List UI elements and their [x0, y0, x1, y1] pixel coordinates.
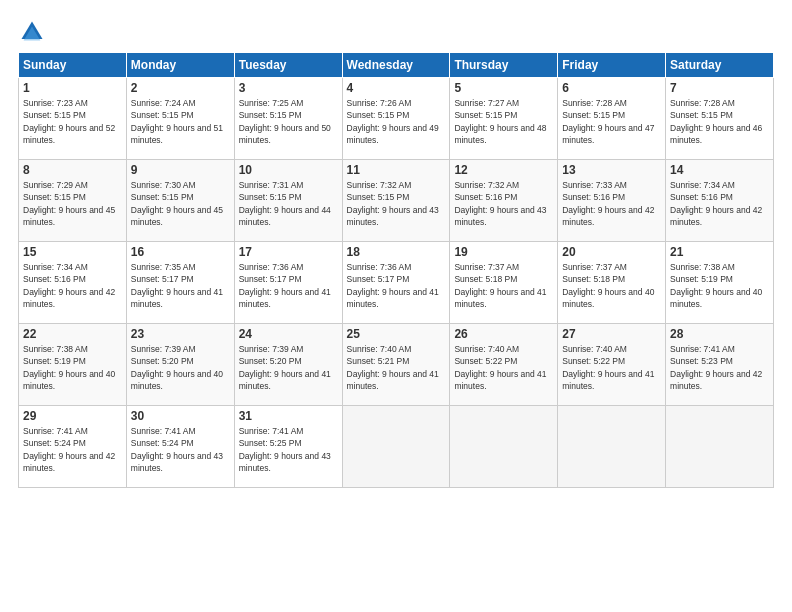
week-row-3: 15Sunrise: 7:34 AMSunset: 5:16 PMDayligh…: [19, 242, 774, 324]
day-info: Sunrise: 7:41 AMSunset: 5:24 PMDaylight:…: [23, 425, 122, 474]
day-number: 12: [454, 163, 553, 177]
day-info: Sunrise: 7:25 AMSunset: 5:15 PMDaylight:…: [239, 97, 338, 146]
calendar-cell: [342, 406, 450, 488]
day-info: Sunrise: 7:34 AMSunset: 5:16 PMDaylight:…: [670, 179, 769, 228]
calendar-cell: 8Sunrise: 7:29 AMSunset: 5:15 PMDaylight…: [19, 160, 127, 242]
day-number: 1: [23, 81, 122, 95]
day-info: Sunrise: 7:39 AMSunset: 5:20 PMDaylight:…: [131, 343, 230, 392]
calendar-cell: 6Sunrise: 7:28 AMSunset: 5:15 PMDaylight…: [558, 78, 666, 160]
day-number: 9: [131, 163, 230, 177]
day-info: Sunrise: 7:38 AMSunset: 5:19 PMDaylight:…: [23, 343, 122, 392]
calendar-cell: 1Sunrise: 7:23 AMSunset: 5:15 PMDaylight…: [19, 78, 127, 160]
day-info: Sunrise: 7:41 AMSunset: 5:23 PMDaylight:…: [670, 343, 769, 392]
calendar-cell: 26Sunrise: 7:40 AMSunset: 5:22 PMDayligh…: [450, 324, 558, 406]
day-number: 18: [347, 245, 446, 259]
day-number: 23: [131, 327, 230, 341]
week-row-1: 1Sunrise: 7:23 AMSunset: 5:15 PMDaylight…: [19, 78, 774, 160]
day-number: 30: [131, 409, 230, 423]
day-number: 13: [562, 163, 661, 177]
calendar-cell: 30Sunrise: 7:41 AMSunset: 5:24 PMDayligh…: [126, 406, 234, 488]
calendar-cell: 10Sunrise: 7:31 AMSunset: 5:15 PMDayligh…: [234, 160, 342, 242]
day-info: Sunrise: 7:36 AMSunset: 5:17 PMDaylight:…: [239, 261, 338, 310]
day-info: Sunrise: 7:27 AMSunset: 5:15 PMDaylight:…: [454, 97, 553, 146]
week-row-4: 22Sunrise: 7:38 AMSunset: 5:19 PMDayligh…: [19, 324, 774, 406]
calendar-cell: 31Sunrise: 7:41 AMSunset: 5:25 PMDayligh…: [234, 406, 342, 488]
day-info: Sunrise: 7:35 AMSunset: 5:17 PMDaylight:…: [131, 261, 230, 310]
calendar-cell: 13Sunrise: 7:33 AMSunset: 5:16 PMDayligh…: [558, 160, 666, 242]
day-number: 31: [239, 409, 338, 423]
calendar-cell: [666, 406, 774, 488]
weekday-wednesday: Wednesday: [342, 53, 450, 78]
calendar-cell: 9Sunrise: 7:30 AMSunset: 5:15 PMDaylight…: [126, 160, 234, 242]
calendar-cell: 27Sunrise: 7:40 AMSunset: 5:22 PMDayligh…: [558, 324, 666, 406]
day-info: Sunrise: 7:41 AMSunset: 5:25 PMDaylight:…: [239, 425, 338, 474]
day-info: Sunrise: 7:36 AMSunset: 5:17 PMDaylight:…: [347, 261, 446, 310]
calendar-cell: 2Sunrise: 7:24 AMSunset: 5:15 PMDaylight…: [126, 78, 234, 160]
weekday-friday: Friday: [558, 53, 666, 78]
day-info: Sunrise: 7:40 AMSunset: 5:21 PMDaylight:…: [347, 343, 446, 392]
day-number: 16: [131, 245, 230, 259]
day-number: 17: [239, 245, 338, 259]
day-number: 5: [454, 81, 553, 95]
weekday-thursday: Thursday: [450, 53, 558, 78]
calendar-cell: 16Sunrise: 7:35 AMSunset: 5:17 PMDayligh…: [126, 242, 234, 324]
day-info: Sunrise: 7:32 AMSunset: 5:16 PMDaylight:…: [454, 179, 553, 228]
logo: [18, 18, 50, 46]
day-info: Sunrise: 7:37 AMSunset: 5:18 PMDaylight:…: [454, 261, 553, 310]
day-number: 4: [347, 81, 446, 95]
day-number: 22: [23, 327, 122, 341]
day-number: 11: [347, 163, 446, 177]
calendar-cell: 25Sunrise: 7:40 AMSunset: 5:21 PMDayligh…: [342, 324, 450, 406]
day-number: 25: [347, 327, 446, 341]
day-number: 21: [670, 245, 769, 259]
day-info: Sunrise: 7:33 AMSunset: 5:16 PMDaylight:…: [562, 179, 661, 228]
day-number: 14: [670, 163, 769, 177]
day-number: 7: [670, 81, 769, 95]
day-info: Sunrise: 7:26 AMSunset: 5:15 PMDaylight:…: [347, 97, 446, 146]
calendar-cell: [558, 406, 666, 488]
day-number: 20: [562, 245, 661, 259]
calendar-cell: 12Sunrise: 7:32 AMSunset: 5:16 PMDayligh…: [450, 160, 558, 242]
day-info: Sunrise: 7:29 AMSunset: 5:15 PMDaylight:…: [23, 179, 122, 228]
calendar-cell: 23Sunrise: 7:39 AMSunset: 5:20 PMDayligh…: [126, 324, 234, 406]
calendar: SundayMondayTuesdayWednesdayThursdayFrid…: [18, 52, 774, 488]
day-number: 24: [239, 327, 338, 341]
day-number: 8: [23, 163, 122, 177]
calendar-cell: 5Sunrise: 7:27 AMSunset: 5:15 PMDaylight…: [450, 78, 558, 160]
weekday-sunday: Sunday: [19, 53, 127, 78]
calendar-cell: 17Sunrise: 7:36 AMSunset: 5:17 PMDayligh…: [234, 242, 342, 324]
day-number: 19: [454, 245, 553, 259]
calendar-cell: 28Sunrise: 7:41 AMSunset: 5:23 PMDayligh…: [666, 324, 774, 406]
day-info: Sunrise: 7:23 AMSunset: 5:15 PMDaylight:…: [23, 97, 122, 146]
calendar-cell: 11Sunrise: 7:32 AMSunset: 5:15 PMDayligh…: [342, 160, 450, 242]
day-number: 28: [670, 327, 769, 341]
day-number: 2: [131, 81, 230, 95]
calendar-body: 1Sunrise: 7:23 AMSunset: 5:15 PMDaylight…: [19, 78, 774, 488]
day-number: 10: [239, 163, 338, 177]
day-info: Sunrise: 7:34 AMSunset: 5:16 PMDaylight:…: [23, 261, 122, 310]
calendar-cell: 7Sunrise: 7:28 AMSunset: 5:15 PMDaylight…: [666, 78, 774, 160]
weekday-tuesday: Tuesday: [234, 53, 342, 78]
day-info: Sunrise: 7:28 AMSunset: 5:15 PMDaylight:…: [670, 97, 769, 146]
calendar-cell: 14Sunrise: 7:34 AMSunset: 5:16 PMDayligh…: [666, 160, 774, 242]
day-number: 3: [239, 81, 338, 95]
logo-icon: [18, 18, 46, 46]
day-info: Sunrise: 7:31 AMSunset: 5:15 PMDaylight:…: [239, 179, 338, 228]
day-info: Sunrise: 7:39 AMSunset: 5:20 PMDaylight:…: [239, 343, 338, 392]
weekday-monday: Monday: [126, 53, 234, 78]
day-info: Sunrise: 7:37 AMSunset: 5:18 PMDaylight:…: [562, 261, 661, 310]
calendar-cell: 21Sunrise: 7:38 AMSunset: 5:19 PMDayligh…: [666, 242, 774, 324]
day-info: Sunrise: 7:30 AMSunset: 5:15 PMDaylight:…: [131, 179, 230, 228]
header: [18, 18, 774, 46]
week-row-2: 8Sunrise: 7:29 AMSunset: 5:15 PMDaylight…: [19, 160, 774, 242]
week-row-5: 29Sunrise: 7:41 AMSunset: 5:24 PMDayligh…: [19, 406, 774, 488]
day-info: Sunrise: 7:40 AMSunset: 5:22 PMDaylight:…: [454, 343, 553, 392]
weekday-saturday: Saturday: [666, 53, 774, 78]
day-number: 27: [562, 327, 661, 341]
day-info: Sunrise: 7:32 AMSunset: 5:15 PMDaylight:…: [347, 179, 446, 228]
calendar-cell: 18Sunrise: 7:36 AMSunset: 5:17 PMDayligh…: [342, 242, 450, 324]
day-info: Sunrise: 7:41 AMSunset: 5:24 PMDaylight:…: [131, 425, 230, 474]
calendar-cell: 3Sunrise: 7:25 AMSunset: 5:15 PMDaylight…: [234, 78, 342, 160]
calendar-cell: 15Sunrise: 7:34 AMSunset: 5:16 PMDayligh…: [19, 242, 127, 324]
calendar-cell: 22Sunrise: 7:38 AMSunset: 5:19 PMDayligh…: [19, 324, 127, 406]
